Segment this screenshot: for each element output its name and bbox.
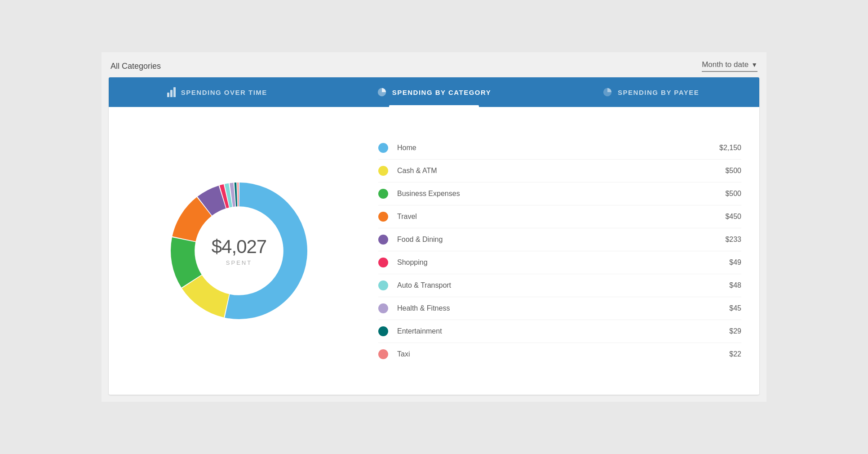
legend-dot	[378, 303, 388, 313]
legend-category-value: $45	[705, 304, 741, 312]
bar-chart-icon	[167, 87, 176, 97]
content-area: $4,027 SPENT Home$2,150Cash & ATM$500Bus…	[109, 107, 759, 395]
legend-category-name: Taxi	[397, 350, 705, 358]
legend-dot	[378, 189, 388, 199]
total-label: SPENT	[212, 259, 266, 266]
legend-category-name: Home	[397, 144, 705, 152]
legend-category-value: $2,150	[705, 144, 741, 152]
legend-item[interactable]: Travel$450	[378, 205, 741, 228]
legend-dot	[378, 258, 388, 267]
legend-dot	[378, 326, 388, 336]
legend-category-value: $29	[705, 327, 741, 335]
legend-item[interactable]: Auto & Transport$48	[378, 274, 741, 297]
total-amount: $4,027	[212, 236, 266, 258]
donut-center: $4,027 SPENT	[212, 236, 266, 266]
legend-category-value: $500	[705, 167, 741, 175]
legend-dot	[378, 212, 388, 222]
legend-category-name: Travel	[397, 213, 705, 221]
legend-category-value: $22	[705, 350, 741, 358]
legend-item[interactable]: Health & Fitness$45	[378, 297, 741, 320]
chart-container: $4,027 SPENT	[127, 165, 351, 336]
date-filter-label: Month to date	[702, 60, 748, 69]
top-bar: All Categories Month to date ▼	[109, 57, 759, 77]
legend-item[interactable]: Food & Dining$233	[378, 228, 741, 251]
legend-category-name: Business Expenses	[397, 190, 705, 198]
all-categories-label: All Categories	[111, 62, 161, 71]
legend-dot	[378, 166, 388, 176]
legend-dot	[378, 280, 388, 290]
date-filter-dropdown[interactable]: Month to date ▼	[702, 60, 757, 72]
legend-category-name: Cash & ATM	[397, 167, 705, 175]
legend-category-value: $500	[705, 190, 741, 198]
legend-category-value: $233	[705, 236, 741, 244]
tab-spending-by-payee-label: SPENDING BY PAYEE	[618, 89, 699, 96]
donut-chart: $4,027 SPENT	[154, 165, 324, 336]
legend-container: Home$2,150Cash & ATM$500Business Expense…	[351, 137, 741, 365]
pie-chart-icon-category	[377, 87, 387, 97]
legend-item[interactable]: Shopping$49	[378, 251, 741, 274]
spending-card: SPENDING OVER TIME SPENDING BY CATEGORY	[109, 77, 759, 395]
legend-category-name: Shopping	[397, 258, 705, 267]
pie-chart-icon-payee	[602, 87, 612, 97]
chevron-down-icon: ▼	[751, 61, 757, 68]
legend-category-name: Entertainment	[397, 327, 705, 335]
legend-category-value: $48	[705, 281, 741, 289]
legend-item[interactable]: Business Expenses$500	[378, 182, 741, 205]
legend-dot	[378, 143, 388, 153]
legend-category-value: $450	[705, 213, 741, 221]
tab-spending-by-payee[interactable]: SPENDING BY PAYEE	[542, 77, 759, 107]
tabs-container: SPENDING OVER TIME SPENDING BY CATEGORY	[109, 77, 759, 107]
legend-category-name: Food & Dining	[397, 236, 705, 244]
tab-spending-over-time[interactable]: SPENDING OVER TIME	[109, 77, 326, 107]
legend-dot	[378, 235, 388, 245]
legend-item[interactable]: Cash & ATM$500	[378, 160, 741, 182]
main-container: All Categories Month to date ▼ SPENDING …	[102, 52, 766, 402]
legend-category-name: Health & Fitness	[397, 304, 705, 312]
legend-item[interactable]: Entertainment$29	[378, 320, 741, 343]
legend-category-name: Auto & Transport	[397, 281, 705, 289]
legend-item[interactable]: Home$2,150	[378, 137, 741, 160]
legend-item[interactable]: Taxi$22	[378, 343, 741, 365]
tab-spending-by-category[interactable]: SPENDING BY CATEGORY	[326, 77, 543, 107]
tab-spending-over-time-label: SPENDING OVER TIME	[181, 89, 267, 96]
legend-category-value: $49	[705, 258, 741, 267]
legend-dot	[378, 349, 388, 359]
tab-spending-by-category-label: SPENDING BY CATEGORY	[392, 89, 492, 96]
